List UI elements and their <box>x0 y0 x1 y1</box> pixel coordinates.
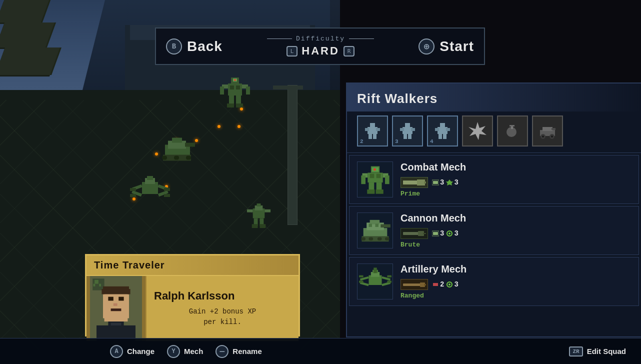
icon-slot-explosion[interactable] <box>462 116 493 146</box>
svg-marker-60 <box>468 122 486 140</box>
mech-button[interactable]: Y Mech <box>167 345 203 358</box>
difficulty-header: Difficulty <box>267 35 374 42</box>
svg-rect-143 <box>111 323 122 326</box>
diff-line-left <box>267 38 292 39</box>
svg-point-108 <box>448 232 450 234</box>
player-card-title: Time Traveler <box>86 256 298 276</box>
player-card-body: Ralph Karlsson Gain +2 bonus XP per kill… <box>86 276 298 341</box>
artillery-mech-item[interactable]: Artillery Mech 2 <box>349 257 639 306</box>
artillery-mech-icon <box>357 264 393 300</box>
svg-rect-36 <box>247 210 253 212</box>
svg-rect-51 <box>411 128 415 131</box>
combat-stat1: 3 <box>432 178 444 186</box>
svg-point-126 <box>448 284 450 286</box>
svg-rect-75 <box>370 174 374 178</box>
mech-mid-sprite <box>160 132 195 165</box>
svg-rect-20 <box>174 156 179 160</box>
left-trigger-btn[interactable]: L <box>286 46 298 56</box>
mech-top-sprite <box>220 78 250 112</box>
svg-rect-96 <box>361 237 366 240</box>
svg-rect-102 <box>403 232 419 235</box>
svg-rect-57 <box>446 128 450 131</box>
svg-rect-140 <box>104 316 128 322</box>
svg-rect-84 <box>376 190 383 194</box>
combat-weapon-icon <box>400 177 428 188</box>
combat-mech-icon <box>357 162 393 198</box>
svg-rect-8 <box>220 86 224 94</box>
player-desc: Gain +2 bonus XP per kill. <box>154 306 291 328</box>
svg-rect-76 <box>376 174 380 178</box>
diff-line-right <box>349 38 374 39</box>
svg-rect-93 <box>370 220 380 224</box>
mech-bot-spider <box>130 170 170 210</box>
svg-rect-87 <box>424 182 426 184</box>
icon-slot-mech3[interactable]: 3 <box>392 116 423 146</box>
nav-bar: B Back Difficulty L HARD R ⊕ Start <box>155 28 485 65</box>
svg-rect-65 <box>542 127 552 131</box>
svg-marker-90 <box>446 180 453 186</box>
glow-dot <box>195 139 198 142</box>
icon-slot-grenade[interactable] <box>497 116 528 146</box>
svg-rect-95 <box>362 236 388 242</box>
cannon-mech-item[interactable]: Cannon Mech 3 <box>349 206 639 255</box>
icon-slot-vehicle[interactable] <box>532 116 563 146</box>
start-button[interactable]: ⊕ Start <box>418 38 474 54</box>
right-trigger-btn[interactable]: R <box>344 46 355 56</box>
svg-rect-58 <box>438 134 442 139</box>
svg-rect-54 <box>440 123 445 127</box>
back-btn-icon: B <box>166 38 182 54</box>
rename-btn-icon: — <box>216 345 228 358</box>
svg-rect-135 <box>128 289 130 294</box>
svg-rect-50 <box>400 128 404 131</box>
artillery-mech-weapon: 2 3 <box>400 279 631 290</box>
svg-rect-59 <box>443 134 446 139</box>
svg-rect-12 <box>227 104 234 108</box>
svg-rect-32 <box>164 194 170 197</box>
svg-rect-21 <box>186 156 191 160</box>
svg-point-69 <box>551 136 553 138</box>
svg-point-68 <box>542 136 544 138</box>
player-avatar <box>86 276 146 341</box>
svg-rect-19 <box>162 156 167 160</box>
svg-rect-134 <box>102 289 104 294</box>
cannon-mech-weapon: 3 3 <box>400 228 631 239</box>
svg-rect-53 <box>408 134 412 139</box>
svg-rect-120 <box>374 268 377 273</box>
svg-rect-63 <box>510 125 514 126</box>
player-card: Time Traveler <box>85 254 300 336</box>
svg-rect-101 <box>375 224 378 227</box>
icon-slot-mech2[interactable]: 2 <box>357 116 388 146</box>
icon-slot-mech4[interactable]: 4 <box>427 116 458 146</box>
svg-rect-35 <box>257 204 261 206</box>
combat-mech-item[interactable]: Combat Mech 3 <box>349 155 639 204</box>
platform-1 <box>0 0 49 22</box>
svg-rect-124 <box>433 283 438 286</box>
glow-dot <box>238 125 240 128</box>
combat-stat2: 3 <box>446 178 458 186</box>
combat-mech-weapon: 3 3 <box>400 177 631 188</box>
svg-rect-136 <box>108 297 113 301</box>
back-button[interactable]: B Back <box>166 38 222 54</box>
edit-squad-btn-icon: ZR <box>569 346 582 356</box>
change-btn-icon: A <box>110 345 123 358</box>
svg-rect-56 <box>435 128 439 131</box>
svg-rect-48 <box>405 123 410 127</box>
svg-rect-94 <box>380 224 390 228</box>
platform-3 <box>0 48 60 75</box>
svg-rect-139 <box>111 308 122 311</box>
svg-rect-79 <box>361 175 366 184</box>
start-btn-label: Start <box>440 38 474 54</box>
svg-rect-88 <box>433 181 438 184</box>
artillery-mech-name: Artillery Mech <box>400 264 631 275</box>
svg-rect-133 <box>103 286 129 294</box>
svg-rect-129 <box>94 280 98 284</box>
cannon-stat-badges: 3 3 <box>432 230 458 238</box>
rename-button[interactable]: — Rename <box>216 345 262 358</box>
svg-rect-117 <box>359 275 364 277</box>
svg-rect-13 <box>236 104 243 108</box>
edit-squad-button[interactable]: ZR Edit Squad <box>569 346 626 356</box>
change-button[interactable]: A Change <box>110 345 154 358</box>
back-btn-label: Back <box>187 38 222 54</box>
start-btn-icon: ⊕ <box>418 38 434 54</box>
cannon-variant: Brute <box>400 241 631 248</box>
